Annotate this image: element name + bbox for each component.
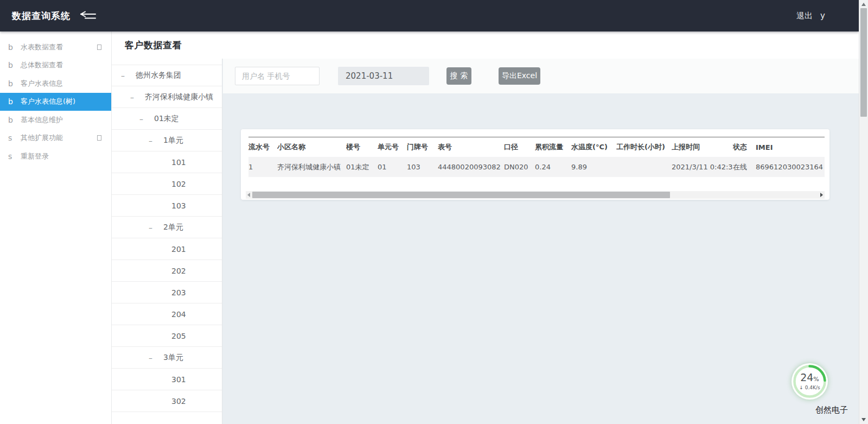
results-table-card: 流水号小区名称楼号单元号门牌号表号口径累积流量水温度(°C)工作时长(小时)上报… [241,129,829,200]
username-label[interactable]: y [820,11,825,21]
tree-node-label: 205 [171,332,186,340]
tree-node[interactable]: 302 [112,390,222,412]
export-excel-button[interactable]: 导出Excel [499,67,540,85]
main-content: 搜 索 导出Excel 流水号小区名称楼号单元号门牌号表号口径累积流量水温度(°… [223,59,859,424]
tree-node[interactable]: 204 [112,303,222,325]
top-bar: 数据查询系统 退出 y [0,0,859,31]
sidebar-item-label: 水表数据查看 [21,42,63,52]
column-header: 状态 [733,142,756,152]
table-cell: 2021/3/11 0:42:33 [672,163,733,171]
topbar-user-area: 退出 y [796,11,825,21]
search-toolbar: 搜 索 导出Excel [223,59,859,93]
date-input[interactable] [338,67,429,85]
download-speed-label: ↓ 0.4K/s [799,385,820,390]
collapse-node-icon[interactable]: – [149,355,156,360]
tree-node-label: 102 [171,180,186,188]
search-button[interactable]: 搜 索 [446,67,471,85]
column-header: 楼号 [346,142,378,152]
collapse-node-icon[interactable]: – [139,116,147,122]
sidebar-item[interactable]: b客户水表信息 [0,74,111,93]
page-header: 客户数据查看 [112,31,859,59]
menu-glyph-icon: b [8,116,21,124]
tree-panel: –德州水务集团–齐河保利城健康小镇–01未定–1单元101102103–2单元2… [112,59,222,424]
vertical-scrollbar-thumb[interactable] [860,8,867,117]
page-title: 客户数据查看 [125,39,182,52]
tree-node-label: 101 [171,158,186,167]
column-header: 小区名称 [277,142,346,152]
sidebar-item-label: 总体数据查看 [21,60,63,70]
column-header: 口径 [504,142,535,152]
column-header: 流水号 [248,142,277,152]
tree-node[interactable]: –1单元 [112,130,222,151]
tree-node[interactable]: –2单元 [112,217,222,238]
column-header: 上报时间 [672,142,733,152]
network-speed-widget[interactable]: 24% ↓ 0.4K/s [792,363,828,400]
tree-node[interactable]: 102 [112,173,222,195]
column-header: 累积流量 [535,142,571,152]
tree-node-label: 齐河保利城健康小镇 [145,92,213,102]
tree-node-label: 3单元 [163,353,183,363]
collapse-node-icon[interactable]: – [149,225,156,230]
sidebar-item-label: 重新登录 [21,151,49,161]
sidebar-item-label: 客户水表信息(树) [21,97,75,106]
table-cell: 01 [378,163,407,171]
sidebar-item-label: 基本信息维护 [21,115,63,125]
table-cell: 在线 [733,162,756,172]
tree-node[interactable]: 103 [112,195,222,217]
tree-node-label: 202 [171,267,186,275]
tree-node-label: 2单元 [163,223,183,232]
brand-watermark: 创然电子 [815,405,848,415]
sidebar-item[interactable]: b总体数据查看 [0,56,111,75]
scroll-down-arrow-icon[interactable] [861,418,866,421]
tree-node-label: 203 [171,288,186,297]
sidebar-item[interactable]: s重新登录 [0,147,111,166]
column-header: 单元号 [378,142,407,152]
scroll-up-arrow-icon[interactable] [861,3,866,6]
table-body: 1齐河保利城健康小镇01未定0110344480020093082DN0200.… [248,157,825,177]
table-horizontal-scrollbar[interactable] [246,191,825,199]
app-window: 数据查询系统 退出 y b水表数据查看b总体数据查看b客户水表信息b客户水表信息… [0,0,868,424]
sidebar-item[interactable]: b基本信息维护 [0,111,111,129]
logout-button[interactable]: 退出 [796,11,813,21]
tree-node[interactable]: –3单元 [112,347,222,369]
tree-node[interactable]: 203 [112,282,222,303]
percent-label: 24% [800,372,819,384]
collapse-node-icon[interactable]: – [130,94,138,100]
tree-node[interactable]: –德州水务集团 [112,65,222,86]
horizontal-scrollbar-thumb[interactable] [252,192,670,198]
table-cell: 44480020093082 [438,163,504,171]
sidebar-item-label: 其他扩展功能 [21,133,63,143]
column-header: 表号 [438,142,504,152]
tree-node[interactable]: –01未定 [112,108,222,130]
menu-glyph-icon: b [8,97,21,106]
tree-node[interactable]: –齐河保利城健康小镇 [112,86,222,108]
scroll-left-arrow-icon[interactable] [247,193,250,197]
sidebar-item[interactable]: b水表数据查看 [0,38,111,56]
collapse-sidebar-icon[interactable] [79,11,98,21]
app-title: 数据查询系统 [12,10,71,22]
tree-node[interactable]: 101 [112,151,222,173]
tree-node-label: 01未定 [154,114,179,124]
vertical-scrollbar[interactable] [859,0,868,424]
collapse-node-icon[interactable]: – [149,138,156,143]
tree-node[interactable]: 301 [112,369,222,390]
column-header: 工作时长(小时) [616,142,672,152]
table-cell: 1 [248,163,277,171]
tree-node[interactable]: 205 [112,325,222,347]
collapse-node-icon[interactable]: – [121,73,129,78]
tree-node-label: 204 [171,310,186,319]
submenu-expand-icon [97,45,101,50]
table-cell: DN020 [504,163,535,171]
sidebar-item[interactable]: b客户水表信息(树) [0,93,111,111]
tree-node-label: 103 [171,201,186,210]
menu-glyph-icon: b [8,61,21,69]
table-row[interactable]: 1齐河保利城健康小镇01未定0110344480020093082DN0200.… [248,157,825,177]
column-header: 门牌号 [407,142,438,152]
table-header-row: 流水号小区名称楼号单元号门牌号表号口径累积流量水温度(°C)工作时长(小时)上报… [248,137,825,157]
tree-node[interactable]: 202 [112,260,222,282]
sidebar-item[interactable]: s其他扩展功能 [0,129,111,148]
scroll-right-arrow-icon[interactable] [820,193,823,197]
tree-node[interactable]: 201 [112,238,222,260]
search-input[interactable] [235,67,320,85]
table-cell: 103 [407,163,438,171]
